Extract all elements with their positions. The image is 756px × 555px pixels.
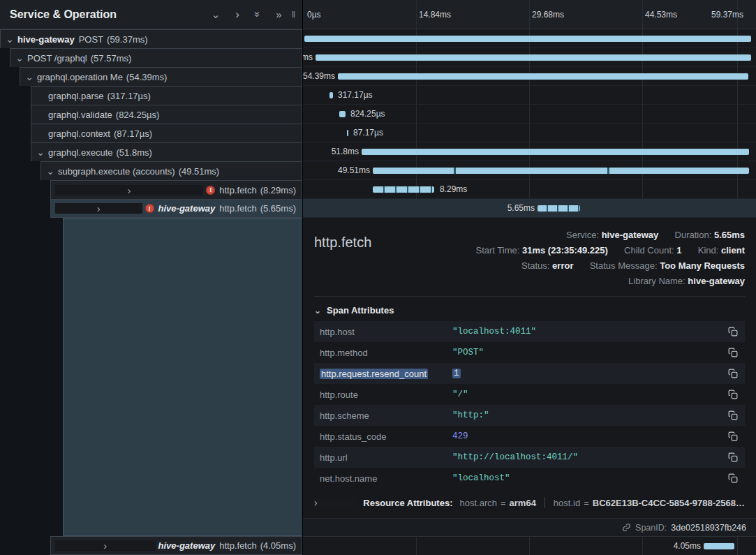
timeline-row[interactable]: 54.39ms [303,67,756,86]
tree-row[interactable]: graphql.parse (317.17µs) [31,86,302,105]
resource-attributes-row[interactable]: Resource Attributes: host.arch = arm64 h… [314,497,745,508]
timeline-row[interactable]: 824.25µs [303,105,756,124]
chevron-down-icon [314,306,321,315]
attribute-row[interactable]: http.route "/" [314,384,745,405]
tree-row[interactable]: subgraph.execute (accounts) (49.51ms) [40,161,302,180]
resource-attr-value: arm64 [510,498,536,508]
tree-row[interactable]: hive-gateway http.fetch (4.05ms) [50,536,302,555]
timeline-row[interactable] [303,29,756,48]
copy-icon[interactable] [727,409,739,422]
attribute-row[interactable]: http.method "POST" [314,342,745,363]
tree-row[interactable]: graphql.context (87.17µs) [31,124,302,142]
double-chevron-right-icon[interactable] [276,9,281,20]
span-duration: (57.57ms) [91,53,132,64]
attribute-row[interactable]: http.host "localhost:4011" [314,321,745,342]
span-duration: (87.17µs) [114,128,152,139]
gridline [529,537,530,555]
span-duration: (54.39ms) [126,72,168,82]
span-duration-label: 57.57ms [303,48,313,67]
expand-chevron-icon[interactable] [55,540,156,551]
tree-row[interactable]: POST /graphql (57.57ms) [10,48,302,67]
timeline-row[interactable]: 87.17µs [303,124,756,142]
span-bar[interactable] [304,36,751,42]
attribute-row[interactable]: http.url "http://localhost:4011/" [314,447,745,468]
span-tree: hive-gateway POST (59.37ms) POST /graphq… [0,29,302,555]
attribute-row[interactable]: net.host.name "localhost" [314,468,745,489]
attribute-key: http.status_code [320,431,452,442]
span-attributes-toggle[interactable]: Span Attributes [314,304,745,321]
tree-row-selected[interactable]: hive-gateway http.fetch (5.65ms) [50,199,302,218]
timeline-row-selected[interactable]: 5.65ms [303,199,756,218]
resource-attributes-heading: Resource Attributes: [363,498,452,508]
copy-icon[interactable] [727,472,739,484]
collapse-chevron-icon[interactable] [15,53,24,63]
attribute-key: http.route [320,390,452,400]
attribute-row[interactable]: http.status_code 429 [314,426,745,447]
span-duration-label: 87.17µs [353,124,383,142]
timeline-row[interactable]: 49.51ms [303,161,756,180]
resource-attr-key: host.id [554,498,580,508]
copy-icon[interactable] [727,430,739,443]
error-icon [145,204,154,213]
operation-name: graphql.operation Me [37,72,123,82]
operation-name: graphql.parse [48,91,104,101]
attribute-key: http.host [320,327,452,337]
copy-icon[interactable] [727,388,739,401]
status-label: Status: [521,260,549,271]
copy-icon[interactable] [727,451,739,464]
span-bar[interactable] [373,186,434,193]
span-duration-label: 5.65ms [507,199,535,218]
collapse-chevron-icon[interactable] [36,147,45,157]
copy-icon[interactable] [727,325,739,338]
tree-row[interactable]: http.fetch (8.29ms) [50,180,302,199]
timeline-row[interactable]: 317.17µs [303,86,756,105]
span-bar[interactable] [329,92,333,98]
operation-name: http.fetch [219,540,256,551]
double-chevron-down-icon[interactable] [253,11,263,17]
chevron-down-icon[interactable] [212,9,221,20]
attribute-key: http.scheme [320,410,452,421]
copy-icon[interactable] [727,346,739,359]
span-bar[interactable] [316,54,751,61]
panel-title: Service & Operation [10,8,212,21]
service-operation-header: Service & Operation [0,0,302,29]
span-duration: (51.8ms) [117,147,152,158]
span-bar[interactable] [347,130,348,136]
span-bar[interactable] [704,543,734,549]
copy-icon[interactable] [727,367,739,380]
span-bar[interactable] [538,205,580,212]
child-count-label: Child Count: [624,245,674,256]
span-bar[interactable] [339,111,346,117]
chevron-right-icon[interactable] [235,8,239,20]
span-attributes-heading: Span Attributes [327,305,394,316]
collapse-chevron-icon[interactable] [24,72,34,82]
timeline-row[interactable]: 51.8ms [303,142,756,161]
timeline-row[interactable]: 8.29ms [303,180,756,199]
attribute-key: http.request.resend_count [320,369,428,379]
library-name-label: Library Name: [628,276,685,286]
child-count-value: 1 [676,245,681,256]
span-metadata: Service: hive-gateway Duration: 5.65ms S… [371,228,745,289]
span-bar[interactable] [362,149,749,155]
span-bar[interactable] [373,168,749,174]
attribute-row[interactable]: http.request.resend_count 1 [314,363,745,384]
tree-row[interactable]: graphql.operation Me (54.39ms) [20,67,302,86]
service-label: Service: [566,230,599,240]
collapse-chevron-icon[interactable] [5,34,15,44]
attribute-row[interactable]: http.scheme "http:" [314,405,745,426]
tree-row[interactable]: hive-gateway POST (59.37ms) [0,29,302,48]
expand-chevron-icon[interactable] [55,185,203,195]
tree-row[interactable]: graphql.execute (51.8ms) [31,142,302,161]
collapse-chevron-icon[interactable] [45,166,55,176]
expand-chevron-icon[interactable] [55,203,142,214]
span-attributes-table: http.host "localhost:4011" http.method "… [314,321,745,489]
span-bar[interactable] [338,73,748,80]
start-time-label: Start Time: [476,245,520,256]
span-id-footer: SpanID: 3de02518937fb246 [303,518,756,536]
timeline-row[interactable]: 57.57ms [303,48,756,67]
tree-row[interactable]: graphql.validate (824.25µs) [31,105,302,124]
timeline-row[interactable]: 4.05ms [303,536,756,555]
link-icon[interactable] [622,523,631,532]
panel-resize-handle[interactable] [292,9,297,20]
attribute-value: "http://localhost:4011/" [452,452,727,462]
